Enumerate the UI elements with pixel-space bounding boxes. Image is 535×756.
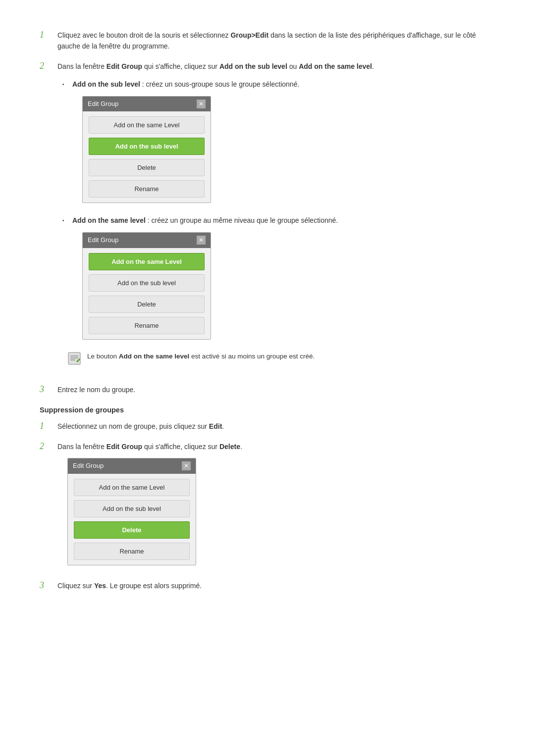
dialog-2-btn-delete[interactable]: Delete [89, 296, 205, 313]
bullet-list: • Add on the sub level : créez un sous-g… [57, 79, 495, 345]
step-3-text: Entrez le nom du groupe. [57, 384, 495, 395]
del-step2-after: . [240, 443, 242, 451]
section-delete-title: Suppression de groupes [40, 406, 495, 414]
step1-text-before: Cliquez avec le bouton droit de la souri… [57, 31, 230, 39]
dialog-3-body: Add on the same Level Add on the sub lev… [68, 474, 196, 565]
dialog-1-btn-sub-level[interactable]: Add on the sub level [89, 138, 205, 155]
del-step1-before: Sélectionnez un nom de groupe, puis cliq… [57, 422, 209, 430]
delete-step-3-text: Cliquez sur Yes. Le groupe est alors sup… [57, 580, 495, 591]
step-1: 1 Cliquez avec le bouton droit de la sou… [40, 30, 495, 52]
dialog-1-btn-same-level[interactable]: Add on the same Level [89, 116, 205, 134]
bullet-1-content: Add on the sub level : créez un sous-gro… [72, 79, 495, 209]
dialog-1-close[interactable]: ✕ [197, 100, 206, 108]
del-step2-bold1: Edit Group [107, 443, 142, 451]
dialog-1: Edit Group ✕ Add on the same Level Add o… [82, 96, 211, 203]
note-text-before: Le bouton [87, 353, 119, 360]
del-step2-mid: qui s'affiche, cliquez sur [142, 443, 219, 451]
dialog-1-titlebar: Edit Group ✕ [83, 97, 211, 112]
dialog-3-close[interactable]: ✕ [182, 461, 191, 470]
dialog-1-title: Edit Group [88, 99, 118, 109]
delete-step-3: 3 Cliquez sur Yes. Le groupe est alors s… [40, 580, 495, 591]
svg-rect-0 [68, 353, 80, 364]
bullet-2-content: Add on the same level : créez un groupe … [72, 215, 495, 345]
dialog-3-btn-same-level[interactable]: Add on the same Level [74, 479, 190, 496]
note-text: Le bouton Add on the same level est acti… [87, 352, 315, 361]
bullet2-bold: Add on the same level [72, 216, 146, 224]
dialog-2: Edit Group ✕ Add on the same Level Add o… [82, 232, 211, 340]
dialog-3-btn-rename[interactable]: Rename [74, 543, 190, 560]
step-number-1: 1 [40, 30, 51, 40]
step2-text-after: . [372, 62, 374, 70]
step-3: 3 Entrez le nom du groupe. [40, 384, 495, 395]
bullet1-bold: Add on the sub level [72, 80, 140, 88]
step2-text-mid: qui s'affiche, cliquez sur [142, 62, 219, 70]
step2-bold2: Add on the sub level [219, 62, 287, 70]
del-step2-before: Dans la fenêtre [57, 443, 107, 451]
dialog-2-title: Edit Group [88, 235, 118, 246]
del-step2-bold2: Delete [219, 443, 240, 451]
note-box: Le bouton Add on the same level est acti… [57, 352, 495, 370]
note-icon [67, 352, 81, 370]
step1-bold1: Group>Edit [230, 31, 268, 39]
dialog-2-body: Add on the same Level Add on the sub lev… [83, 248, 211, 339]
step-1-text: Cliquez avec le bouton droit de la souri… [57, 30, 495, 52]
dialog-1-body: Add on the same Level Add on the sub lev… [83, 111, 211, 202]
del-step3-bold: Yes [94, 582, 106, 590]
dialog-3-titlebar: Edit Group ✕ [68, 458, 196, 474]
delete-step-1-text: Sélectionnez un nom de groupe, puis cliq… [57, 421, 495, 432]
dialog-2-titlebar: Edit Group ✕ [83, 233, 211, 248]
dialog-2-btn-sub-level[interactable]: Add on the sub level [89, 274, 205, 292]
dialog-2-btn-same-level[interactable]: Add on the same Level [89, 253, 205, 270]
delete-step-number-2: 2 [40, 441, 51, 452]
delete-step-number-1: 1 [40, 421, 51, 431]
bullet-item-same: • Add on the same level : créez un group… [62, 215, 495, 345]
step3-text: Entrez le nom du groupe. [57, 386, 135, 394]
del-step3-before: Cliquez sur [57, 582, 94, 590]
delete-step-2-text: Dans la fenêtre Edit Group qui s'affiche… [57, 441, 495, 571]
bullet-item-sub: • Add on the sub level : créez un sous-g… [62, 79, 495, 209]
step2-bold1: Edit Group [107, 62, 142, 70]
delete-step-2: 2 Dans la fenêtre Edit Group qui s'affic… [40, 441, 495, 571]
step-number-2: 2 [40, 61, 51, 71]
dialog-3-btn-sub-level[interactable]: Add on the sub level [74, 500, 190, 517]
delete-step-number-3: 3 [40, 580, 51, 591]
step2-bold3: Add on the same level [299, 62, 372, 70]
del-step1-after: . [222, 422, 224, 430]
delete-step-1: 1 Sélectionnez un nom de groupe, puis cl… [40, 421, 495, 432]
step2-text-mid2: ou [287, 62, 299, 70]
dialog-2-btn-rename[interactable]: Rename [89, 317, 205, 334]
dialog-2-close[interactable]: ✕ [197, 236, 206, 245]
step-2: 2 Dans la fenêtre Edit Group qui s'affic… [40, 61, 495, 375]
del-step1-bold: Edit [209, 422, 222, 430]
dialog-3-btn-delete[interactable]: Delete [74, 521, 190, 539]
dialog-3: Edit Group ✕ Add on the same Level Add o… [67, 458, 196, 565]
note-text-after: est activé si au moins un groupe est cré… [189, 353, 315, 360]
bullet2-text: : créez un groupe au même niveau que le … [146, 216, 338, 224]
dialog-1-btn-delete[interactable]: Delete [89, 159, 205, 176]
dialog-3-title: Edit Group [73, 461, 104, 471]
note-bold: Add on the same level [119, 353, 190, 360]
bullet-dot-2: • [62, 217, 67, 225]
step-2-text: Dans la fenêtre Edit Group qui s'affiche… [57, 61, 495, 375]
bullet1-text: : créez un sous-groupe sous le groupe sé… [140, 80, 299, 88]
dialog-1-btn-rename[interactable]: Rename [89, 180, 205, 198]
step-number-3: 3 [40, 384, 51, 395]
step2-text-before: Dans la fenêtre [57, 62, 107, 70]
bullet-dot-1: • [62, 81, 67, 89]
del-step3-after: . Le groupe est alors supprimé. [106, 582, 202, 590]
